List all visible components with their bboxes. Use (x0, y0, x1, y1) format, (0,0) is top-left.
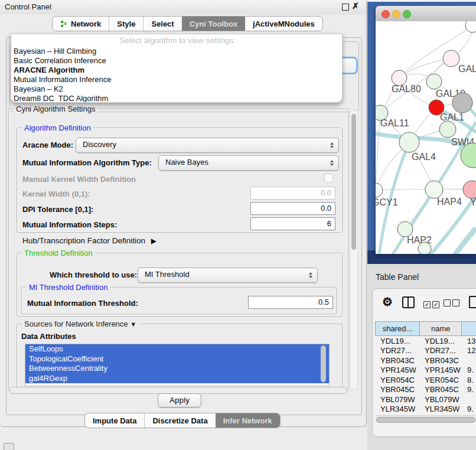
document-icon[interactable] (469, 296, 476, 308)
table-cell[interactable]: YBR045C (375, 385, 420, 394)
network-node[interactable] (418, 242, 431, 254)
zoom-traffic-light[interactable] (403, 10, 411, 18)
table-cell[interactable]: YBR043C (375, 356, 420, 365)
table-row[interactable]: YDL19...YDL19...13 (375, 336, 476, 346)
attribute-item-selected[interactable]: BetweennessCentrality (25, 364, 329, 374)
float-window-icon[interactable] (342, 4, 349, 11)
table-cell[interactable]: 13 (462, 337, 476, 345)
node-label: GAL4 (412, 152, 436, 162)
table-row[interactable]: YBR043CYBR043C (375, 356, 476, 366)
tab-cyni-toolbox[interactable]: Cyni Toolbox (182, 17, 245, 31)
table-cell[interactable]: YER054C (420, 376, 462, 384)
network-window-titlebar[interactable] (376, 6, 476, 22)
attribute-list-scrollbar[interactable] (321, 345, 326, 382)
tab-label: Cyni Toolbox (190, 19, 237, 28)
table-cell[interactable]: YDL19... (420, 337, 462, 345)
tab-infer-network[interactable]: Infer Network (216, 413, 280, 428)
table-cell[interactable]: YDL19... (375, 337, 420, 345)
table-cell[interactable]: 9. (462, 405, 476, 413)
table-cell[interactable]: YBR045C (420, 385, 462, 394)
tab-style[interactable]: Style (109, 17, 143, 31)
network-node[interactable] (452, 93, 472, 113)
deselect-all-checkboxes-icon[interactable] (444, 298, 461, 309)
table-cell[interactable]: YBR043C (420, 356, 462, 365)
minimize-traffic-light[interactable] (392, 10, 400, 18)
sources-group-toggle[interactable]: Sources for Network Inference ▼ (22, 319, 139, 328)
table-cell[interactable]: YER054C (375, 376, 420, 384)
attribute-item-selected[interactable]: TopologicalCoefficient (25, 354, 329, 364)
network-node[interactable] (426, 74, 442, 89)
mi-steps-field[interactable]: 6 (250, 217, 335, 230)
node-label: GAL80 (392, 84, 421, 94)
tab-select[interactable]: Select (143, 17, 181, 31)
close-icon[interactable]: ✗ (352, 1, 359, 11)
scrollbar-thumb[interactable] (351, 114, 356, 250)
network-canvas[interactable]: GALGAL80GAL10GAL1GAL11SWI4GAL4GCY1HAP4YH… (376, 21, 476, 254)
column-header[interactable] (462, 321, 476, 336)
hub-section-toggle[interactable]: Hub/Transcription Factor Definition ▶ (22, 236, 157, 245)
network-node[interactable] (465, 21, 476, 32)
table-cell[interactable]: 9. (462, 385, 476, 394)
settings-vertical-scrollbar[interactable] (350, 110, 358, 390)
table-cell[interactable]: 9. (462, 366, 476, 374)
algorithm-option[interactable]: Dream8 DC_TDC Algorithm (14, 94, 108, 103)
column-header[interactable]: name (420, 321, 462, 336)
algorithm-option[interactable]: Bayesian – Hill Climbing (14, 47, 96, 56)
tab-discretize-data[interactable]: Discretize Data (144, 413, 215, 428)
attribute-item-selected[interactable]: SelfLoops (25, 344, 329, 354)
data-attributes-list[interactable]: SelfLoops TopologicalCoefficient Between… (25, 344, 330, 386)
gear-icon[interactable]: ⚙ (382, 296, 393, 308)
apply-button[interactable]: Apply (158, 393, 201, 407)
algorithm-option[interactable]: Bayesian – K2 (14, 84, 63, 94)
aracne-mode-combobox[interactable]: Discovery (76, 138, 339, 153)
network-node[interactable] (399, 132, 419, 152)
table-cell[interactable]: YBL079W (375, 395, 420, 404)
scrollbar-thumb[interactable] (376, 417, 475, 423)
tab-label: Style (117, 19, 135, 28)
network-node[interactable] (425, 181, 443, 198)
table-cell[interactable]: YDR27... (420, 346, 462, 355)
table-row[interactable]: YER054CYER054C8. (375, 375, 476, 385)
table-row[interactable]: YBL079WYBL079W (375, 394, 476, 405)
tab-network[interactable]: Network (53, 17, 109, 31)
network-edge[interactable] (376, 113, 380, 190)
table-cell[interactable]: YBL079W (420, 395, 462, 404)
table-row[interactable]: YPR145WYPR145W9. (375, 366, 476, 376)
tab-impute-data[interactable]: Impute Data (85, 413, 144, 428)
algorithm-option-selected[interactable]: ARACNE Algorithm (14, 66, 84, 75)
algorithm-option[interactable]: Mutual Information Inference (14, 75, 111, 84)
tab-jactivemnodules[interactable]: jActiveMNodules (245, 17, 322, 31)
algorithm-option[interactable]: Basic Correlation Inference (14, 56, 106, 66)
network-node[interactable] (463, 181, 476, 198)
which-threshold-combobox[interactable]: MI Threshold (138, 268, 318, 283)
dpi-tolerance-field[interactable]: 0.0 (250, 202, 335, 215)
mi-algorithm-type-combobox[interactable]: Naive Bayes (158, 155, 339, 171)
table-cell[interactable]: YDR27... (375, 346, 420, 355)
network-node[interactable] (439, 121, 456, 138)
split-columns-icon[interactable] (402, 296, 415, 308)
aracne-mode-label: Aracne Mode: (22, 141, 73, 149)
table-row[interactable]: YLR345WYLR345W9. (375, 405, 476, 415)
table-cell[interactable]: YPR145W (375, 366, 420, 374)
kernel-width-field[interactable]: 0.0 (250, 187, 335, 200)
minimized-panel-icon[interactable] (4, 443, 14, 450)
table-cell[interactable]: 12 (462, 346, 476, 355)
attribute-item-selected[interactable]: gal4RGexp (25, 374, 329, 384)
column-header[interactable]: shared... (375, 321, 420, 336)
table-cell[interactable]: YPR145W (420, 366, 462, 374)
table-cell[interactable]: 8. (462, 376, 476, 384)
network-node[interactable] (443, 50, 459, 67)
network-node[interactable] (376, 183, 383, 197)
table-row[interactable]: YBR045CYBR045C9. (375, 385, 476, 395)
app-root: Control Panel ✗ Network Style Select Cyn… (0, 0, 476, 450)
table-horizontal-scrollbar[interactable] (375, 415, 476, 422)
table-cell[interactable]: YLR345W (420, 405, 462, 413)
select-all-checkboxes-icon[interactable]: ✓✓ (423, 298, 441, 309)
close-traffic-light[interactable] (382, 10, 390, 18)
manual-kernel-width-checkbox[interactable] (324, 174, 333, 182)
table-cell[interactable]: YLR345W (375, 405, 420, 413)
table-row[interactable]: YDR27...YDR27...12 (375, 346, 476, 356)
network-edge-highlighted[interactable] (455, 228, 476, 254)
group-title: Threshold Definition (22, 249, 95, 257)
mi-threshold-field[interactable]: 0.5 (248, 296, 333, 309)
